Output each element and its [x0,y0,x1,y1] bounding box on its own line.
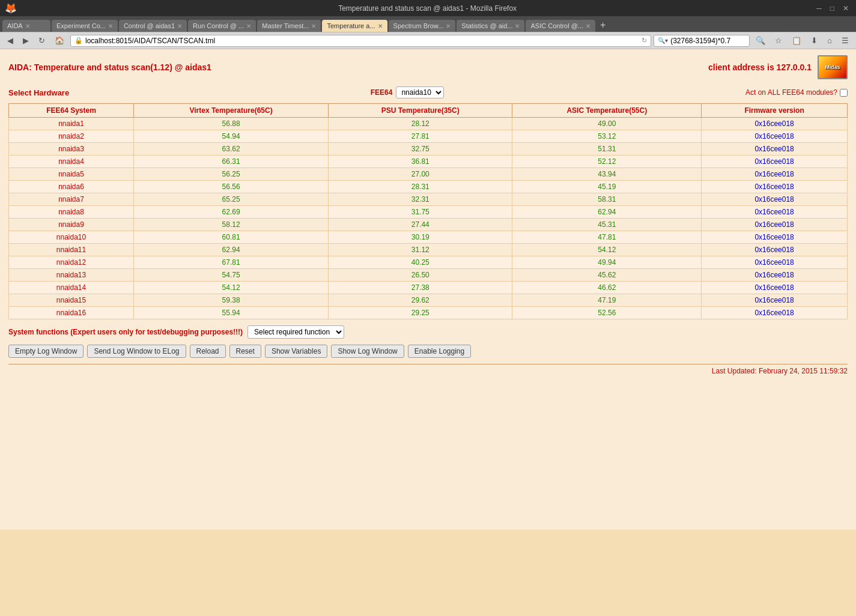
cell-asic: 45.62 [512,269,702,282]
close-btn[interactable]: ✕ [840,4,851,13]
tab-close-icon[interactable]: ✕ [108,23,113,29]
cell-system[interactable]: nnaida9 [9,219,134,231]
find-icon[interactable]: 🔍 [752,34,769,47]
cell-virtex: 62.69 [134,206,329,219]
cell-virtex: 67.81 [134,256,329,269]
cell-system[interactable]: nnaida5 [9,168,134,181]
table-row: nnaida6 56.56 28.31 45.19 0x16cee018 [9,181,848,193]
col-firmware: Firmware version [702,104,848,118]
menu-icon[interactable]: ☰ [838,34,852,47]
tab-aida[interactable]: AIDA ✕ [2,20,50,32]
footer: Last Updated: February 24, 2015 11:59:32 [8,364,848,375]
tab-label: Master Timest... [262,22,309,29]
url-input[interactable] [85,37,639,45]
back-button[interactable]: ◀ [4,34,17,47]
cell-system[interactable]: nnaida10 [9,231,134,244]
search-dropdown-icon[interactable]: 🔍▾ [658,37,668,44]
cell-psu: 29.25 [329,307,512,319]
tab-close-icon[interactable]: ✕ [246,23,251,29]
cell-system[interactable]: nnaida4 [9,156,134,168]
function-dropdown[interactable]: Select required function [247,325,344,339]
tab-statistics[interactable]: Statistics @ aid... ✕ [457,20,524,32]
window-controls[interactable]: ─ □ ✕ [814,4,851,13]
new-tab-button[interactable]: + [596,19,609,32]
cell-virtex: 65.25 [134,193,329,206]
home-button[interactable]: 🏠 [51,34,68,47]
refresh-icon[interactable]: ↻ [642,37,647,44]
tab-experiment[interactable]: Experiment Co... ✕ [52,20,118,32]
url-bar[interactable]: 🔒 ↻ [70,35,651,47]
cell-psu: 40.25 [329,256,512,269]
tab-label: AIDA [7,22,23,29]
cell-asic: 62.94 [512,206,702,219]
download-icon[interactable]: ⬇ [807,34,821,47]
cell-firmware: 0x16cee018 [702,156,848,168]
cell-system[interactable]: nnaida13 [9,269,134,282]
cell-system[interactable]: nnaida6 [9,181,134,193]
hardware-section: Select Hardware FEE64 nnaida10 nnaida1 n… [8,86,848,98]
minimize-btn[interactable]: ─ [814,4,824,13]
cell-firmware: 0x16cee018 [702,143,848,156]
maximize-btn[interactable]: □ [828,4,837,13]
show-variables-button[interactable]: Show Variables [265,345,328,358]
table-row: nnaida16 55.94 29.25 52.56 0x16cee018 [9,307,848,319]
tab-control[interactable]: Control @ aidas1 ✕ [119,20,187,32]
tab-asic[interactable]: ASIC Control @... ✕ [526,20,595,32]
cell-system[interactable]: nnaida15 [9,294,134,307]
send-log-button[interactable]: Send Log Window to ELog [87,345,186,358]
tab-temperature[interactable]: Temperature a... ✕ [322,20,387,32]
tab-master[interactable]: Master Timest... ✕ [257,20,321,32]
enable-logging-button[interactable]: Enable Logging [408,345,471,358]
reload-page-button[interactable]: Reload [190,345,226,358]
tab-spectrum[interactable]: Spectrum Brow... ✕ [389,20,456,32]
tab-close-icon[interactable]: ✕ [586,23,590,29]
tab-close-icon[interactable]: ✕ [311,23,316,29]
cell-asic: 49.94 [512,256,702,269]
table-row: nnaida13 54.75 26.50 45.62 0x16cee018 [9,269,848,282]
logo: Midas [818,55,848,79]
forward-button[interactable]: ▶ [19,34,32,47]
tab-close-icon[interactable]: ✕ [515,23,520,29]
hardware-center: FEE64 nnaida10 nnaida1 nnaida2 nnaida3 [371,86,445,98]
show-log-button[interactable]: Show Log Window [331,345,404,358]
cell-system[interactable]: nnaida1 [9,118,134,130]
cell-system[interactable]: nnaida16 [9,307,134,319]
cell-virtex: 66.31 [134,156,329,168]
bookmark-star-icon[interactable]: ☆ [771,34,786,47]
home-nav-icon[interactable]: ⌂ [824,34,836,47]
act-all-checkbox[interactable] [840,89,848,97]
cell-firmware: 0x16cee018 [702,294,848,307]
hardware-label: Select Hardware [8,88,69,97]
cell-system[interactable]: nnaida11 [9,244,134,256]
cell-asic: 52.56 [512,307,702,319]
cell-system[interactable]: nnaida3 [9,143,134,156]
tab-close-icon[interactable]: ✕ [446,23,451,29]
bookmark-manager-icon[interactable]: 📋 [788,34,805,47]
reload-button[interactable]: ↻ [35,34,49,47]
cell-asic: 53.12 [512,130,702,143]
cell-system[interactable]: nnaida2 [9,130,134,143]
table-row: nnaida7 65.25 32.31 58.31 0x16cee018 [9,193,848,206]
act-all-label: Act on ALL FEE64 modules? [745,88,837,97]
tab-runcontrol[interactable]: Run Control @ ... ✕ [188,20,256,32]
cell-asic: 52.12 [512,156,702,168]
cell-system[interactable]: nnaida14 [9,282,134,294]
cell-system[interactable]: nnaida8 [9,206,134,219]
cell-system[interactable]: nnaida12 [9,256,134,269]
search-input[interactable] [670,37,730,45]
page-title: AIDA: Temperature and status scan(1.12) … [8,62,211,72]
tab-close-icon[interactable]: ✕ [378,23,383,29]
table-row: nnaida1 56.88 28.12 49.00 0x16cee018 [9,118,848,130]
tab-close-icon[interactable]: ✕ [25,23,30,29]
tab-close-icon[interactable]: ✕ [177,23,182,29]
fee64-dropdown[interactable]: nnaida10 nnaida1 nnaida2 nnaida3 [396,86,444,98]
cell-psu: 28.12 [329,118,512,130]
cell-asic: 45.19 [512,181,702,193]
cell-system[interactable]: nnaida7 [9,193,134,206]
cell-firmware: 0x16cee018 [702,168,848,181]
empty-log-button[interactable]: Empty Log Window [8,345,83,358]
reset-button[interactable]: Reset [229,345,261,358]
sys-func-label: System functions (Expert users only for … [8,328,243,336]
cell-virtex: 55.94 [134,307,329,319]
search-bar[interactable]: 🔍▾ [654,35,750,47]
